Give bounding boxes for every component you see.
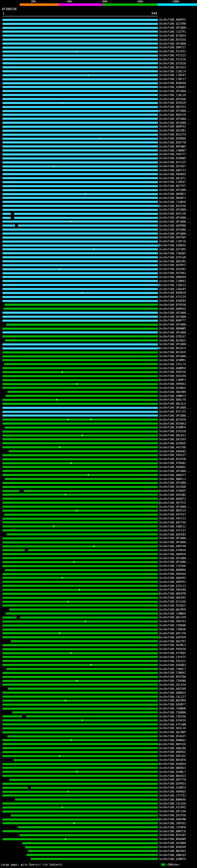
alignment-bar[interactable]	[2, 486, 158, 488]
alignment-bar[interactable]	[2, 205, 158, 207]
alignment-row[interactable]: UniRef100_Q4C160	[0, 809, 197, 813]
alignment-bar[interactable]	[2, 296, 158, 298]
alignment-row[interactable]: UniRef100_Q00492	[0, 576, 197, 580]
alignment-row[interactable]: UniRef100_A7QHV5	[0, 489, 197, 493]
alignment-row[interactable]: UniRef100_Q6EE82	[0, 596, 197, 600]
alignment-row[interactable]: UniRef100_A5LP34	[0, 683, 197, 687]
hit-label[interactable]: UniRef100_B0NH46	[159, 798, 186, 801]
hit-label[interactable]: UniRef100_Q80477	[159, 473, 186, 477]
alignment-bar[interactable]	[2, 232, 158, 235]
hit-label[interactable]: UniRef100_A2WX03	[159, 86, 186, 89]
alignment-bar[interactable]	[2, 30, 158, 33]
alignment-row[interactable]: UniRef100_P49418	[0, 647, 197, 651]
hit-label[interactable]: UniRef100_B6BB96	[159, 568, 186, 571]
hit-label[interactable]: UniRef100_B55X13	[159, 66, 186, 69]
alignment-bar[interactable]	[2, 407, 158, 409]
hit-label[interactable]: UniRef100_O44248	[159, 374, 186, 377]
alignment-row[interactable]: UniRef100_UP1000...	[0, 556, 197, 560]
alignment-bar[interactable]	[2, 355, 158, 358]
alignment-row[interactable]: UniRef100_B5DD40	[0, 81, 197, 85]
alignment-row[interactable]: UniRef100_UP1000...	[0, 109, 197, 113]
alignment-row[interactable]: UniRef100_P52822	[0, 603, 197, 608]
alignment-row[interactable]: UniRef100_B65QF0	[0, 758, 197, 762]
alignment-row[interactable]: UniRef100_UP1000...	[0, 560, 197, 564]
hit-label[interactable]: UniRef100_A9UD62	[159, 466, 186, 469]
alignment-row[interactable]: UniRef100_Q6CRP9	[0, 608, 197, 612]
alignment-bar[interactable]	[2, 446, 158, 448]
hit-label[interactable]: UniRef100_Q0GN71	[159, 196, 186, 199]
hit-label[interactable]: UniRef100_O74JX6	[159, 600, 186, 603]
alignment-row[interactable]: UniRef100_A7E1W0	[0, 722, 197, 726]
hit-label[interactable]: UniRef100_C4Y475	[159, 655, 186, 659]
hit-label[interactable]: UniRef100_P15125	[159, 54, 186, 57]
hit-label[interactable]: UniRef100_Q1GSD8	[159, 485, 186, 488]
alignment-row[interactable]: UniRef100_B55X13	[0, 65, 197, 69]
hit-label[interactable]: UniRef100_C1BEQ7	[159, 180, 186, 184]
hit-label[interactable]: UniRef100_UP1000...	[159, 208, 191, 211]
alignment-row[interactable]: UniRef100_Q9XYW5	[0, 236, 197, 240]
hit-label[interactable]: UniRef100_C4Q445	[159, 287, 186, 291]
hit-label[interactable]: UniRef100_Q6NYV2	[159, 125, 186, 128]
alignment-bar[interactable]	[2, 331, 158, 334]
alignment-row[interactable]: UniRef100_B5XFA6	[0, 204, 197, 208]
alignment-row[interactable]: UniRef100_P15126	[0, 58, 197, 62]
alignment-row[interactable]: UniRef100_C3ZTP1	[0, 30, 197, 34]
alignment-bar[interactable]	[7, 533, 158, 535]
alignment-bar[interactable]	[2, 98, 158, 100]
alignment-row[interactable]: UniRef100_O74JX6	[0, 600, 197, 604]
hit-label[interactable]: UniRef100_B3UEB4	[159, 299, 186, 302]
alignment-row[interactable]: UniRef100_C3KMF7	[0, 378, 197, 382]
alignment-row[interactable]: UniRef100_B38NF6	[0, 426, 197, 430]
alignment-bar[interactable]	[2, 442, 158, 444]
alignment-bar[interactable]	[2, 193, 158, 195]
alignment-bar[interactable]	[2, 217, 158, 219]
hit-label[interactable]: UniRef100_B65QF0	[159, 758, 186, 762]
alignment-row[interactable]: UniRef100_C1BEQ7	[0, 180, 197, 184]
hit-label[interactable]: UniRef100_Q4QQG4	[159, 763, 186, 766]
hit-label[interactable]: UniRef100_UP1000...	[159, 343, 191, 346]
alignment-bar[interactable]	[11, 814, 158, 816]
hit-label[interactable]: UniRef100_UP1000...	[159, 117, 191, 120]
alignment-bar[interactable]	[2, 624, 158, 627]
alignment-bar[interactable]	[2, 343, 158, 345]
alignment-bar[interactable]	[2, 795, 158, 797]
alignment-row[interactable]: UniRef100_B5SFU0	[0, 457, 197, 461]
alignment-row[interactable]: UniRef100_A6RPG9	[0, 552, 197, 556]
alignment-bar[interactable]	[2, 387, 158, 389]
hit-label[interactable]: UniRef100_C5DEW6	[159, 624, 186, 627]
hit-label[interactable]: UniRef100_Q791S0	[159, 430, 186, 433]
alignment-bar[interactable]	[4, 514, 158, 516]
hit-label[interactable]: UniRef100_C4WR07	[159, 149, 186, 152]
alignment-row[interactable]: UniRef100_Q81TA6	[0, 521, 197, 525]
alignment-row[interactable]: UniRef100_Q9W569	[0, 275, 197, 279]
alignment-bar[interactable]	[2, 561, 158, 563]
hit-label[interactable]: UniRef100_Q8EEP8	[159, 592, 186, 595]
alignment-bar[interactable]	[2, 276, 158, 278]
alignment-row[interactable]: UniRef100_P46777	[0, 152, 197, 156]
alignment-row[interactable]: UniRef100_Q9HY17	[0, 45, 197, 50]
alignment-bar[interactable]	[2, 751, 158, 753]
alignment-row[interactable]: UniRef100_B2Y125	[0, 160, 197, 164]
alignment-bar[interactable]	[2, 292, 158, 294]
alignment-row[interactable]: UniRef100_P47962	[0, 271, 197, 275]
hit-label[interactable]: UniRef100_P49227	[159, 454, 186, 457]
hit-label[interactable]: UniRef100_C4L227	[159, 695, 186, 698]
hit-label[interactable]: UniRef100_Q6C439	[159, 616, 186, 619]
alignment-row[interactable]: UniRef100_C4QWU8	[0, 707, 197, 711]
alignment-row[interactable]: UniRef100_Q54GZ7	[0, 734, 197, 738]
alignment-bar[interactable]	[2, 731, 158, 734]
alignment-bar[interactable]	[2, 763, 158, 765]
alignment-bar[interactable]	[2, 102, 158, 104]
alignment-row[interactable]: UniRef100_C1BLC4	[0, 69, 197, 73]
alignment-row[interactable]: UniRef100_Q39HU5	[0, 441, 197, 445]
hit-label[interactable]: UniRef100_Q9MTR1	[159, 581, 186, 584]
hit-label[interactable]: UniRef100_B4JKU1	[159, 339, 186, 342]
alignment-row[interactable]: UniRef100_UP1000...	[0, 413, 197, 417]
alignment-row[interactable]: UniRef100_UP1000...	[0, 89, 197, 93]
alignment-row[interactable]: UniRef100_B5D77B	[0, 141, 197, 145]
alignment-row[interactable]: UniRef100_A95Y13	[0, 517, 197, 521]
alignment-bar[interactable]	[2, 704, 158, 706]
alignment-row[interactable]: UniRef100_B5X5S6	[0, 37, 197, 41]
hit-label[interactable]: UniRef100_B0WTL2	[159, 477, 186, 480]
alignment-row[interactable]: UniRef100_A8UA44	[0, 572, 197, 576]
